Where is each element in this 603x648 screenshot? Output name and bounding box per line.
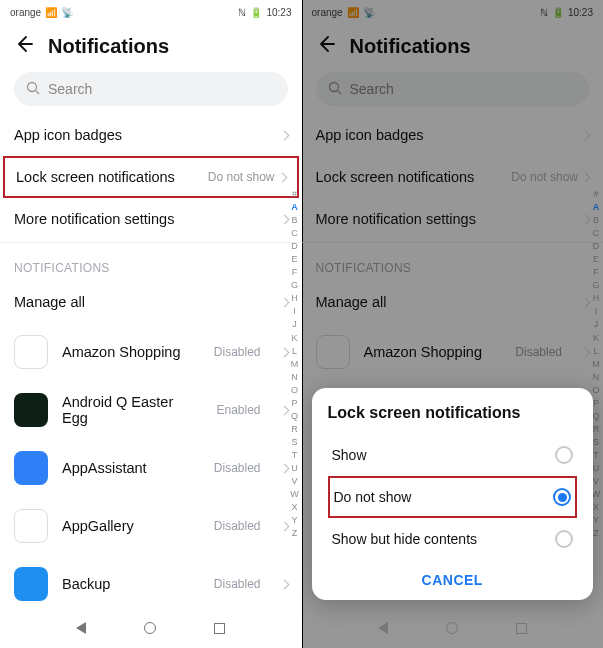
carrier: orange <box>10 7 41 18</box>
app-state: Disabled <box>214 519 261 533</box>
app-name: Amazon Shopping <box>62 344 200 360</box>
index-letter[interactable]: Q <box>290 410 300 423</box>
page-title: Notifications <box>48 35 169 58</box>
status-bar: orange 📶 📡 ℕ 🔋 10:23 <box>0 0 302 20</box>
back-icon[interactable] <box>14 34 34 58</box>
index-letter[interactable]: # <box>290 188 300 201</box>
index-letter[interactable]: M <box>290 358 300 371</box>
row-manage-all[interactable]: Manage all <box>0 281 302 323</box>
app-name: Backup <box>62 576 200 592</box>
row-label: Manage all <box>14 294 85 310</box>
radio-icon <box>555 446 573 464</box>
sheet-option[interactable]: Show but hide contents <box>328 518 578 560</box>
cancel-button[interactable]: CANCEL <box>328 560 578 592</box>
amazon-icon <box>14 335 48 369</box>
backup-icon <box>14 567 48 601</box>
app-state: Disabled <box>214 345 261 359</box>
app-row[interactable]: Backup Disabled <box>0 555 302 613</box>
chevron-right-icon <box>279 521 289 531</box>
app-state: Disabled <box>214 577 261 591</box>
chevron-right-icon <box>279 214 289 224</box>
index-letter[interactable]: F <box>290 266 300 279</box>
index-letter[interactable]: L <box>290 345 300 358</box>
sheet-option[interactable]: Do not show <box>328 476 578 518</box>
system-nav <box>302 608 604 648</box>
chevron-right-icon <box>279 347 289 357</box>
app-name: Android Q Easter Egg <box>62 394 202 426</box>
chevron-right-icon <box>279 579 289 589</box>
row-label: App icon badges <box>14 127 122 143</box>
index-letter[interactable]: Y <box>290 514 300 527</box>
app-gallery-icon <box>14 509 48 543</box>
sheet-options: Show Do not show Show but hide contents <box>328 434 578 560</box>
index-letter[interactable]: X <box>290 501 300 514</box>
index-letter[interactable]: Z <box>290 527 300 540</box>
signal-icon: 📶 <box>45 7 57 18</box>
index-letter[interactable]: R <box>290 423 300 436</box>
row-label: More notification settings <box>14 211 174 227</box>
nfc-icon: ℕ <box>238 7 246 18</box>
index-letter[interactable]: N <box>290 371 300 384</box>
lock-screen-sheet: Lock screen notifications Show Do not sh… <box>312 388 594 600</box>
nav-recent-icon[interactable] <box>516 623 527 634</box>
index-letter[interactable]: P <box>290 397 300 410</box>
index-letter[interactable]: W <box>290 488 300 501</box>
sheet-title: Lock screen notifications <box>328 404 578 422</box>
row-value: Do not show <box>208 170 275 184</box>
chevron-right-icon <box>279 130 289 140</box>
app-state: Disabled <box>214 461 261 475</box>
nav-home-icon[interactable] <box>144 622 156 634</box>
index-letter[interactable]: A <box>290 201 300 214</box>
index-letter[interactable]: C <box>290 227 300 240</box>
index-letter[interactable]: K <box>290 332 300 345</box>
index-letter[interactable]: I <box>290 305 300 318</box>
app-row[interactable]: AppGallery Disabled <box>0 497 302 555</box>
index-letter[interactable]: B <box>290 214 300 227</box>
nav-recent-icon[interactable] <box>214 623 225 634</box>
svg-line-1 <box>36 90 40 94</box>
app-row[interactable]: AppAssistant Disabled <box>0 439 302 497</box>
app-name: AppAssistant <box>62 460 200 476</box>
app-list-left: Amazon Shopping Disabled Android Q Easte… <box>0 323 302 613</box>
svg-point-0 <box>28 82 37 91</box>
option-label: Show <box>332 447 367 463</box>
radio-icon <box>553 488 571 506</box>
app-state: Enabled <box>216 403 260 417</box>
index-letter[interactable]: E <box>290 253 300 266</box>
time: 10:23 <box>266 7 291 18</box>
index-letter[interactable]: G <box>290 279 300 292</box>
section-header-notifications: NOTIFICATIONS <box>0 242 302 281</box>
android-q-icon <box>14 393 48 427</box>
nav-back-icon[interactable] <box>378 622 388 634</box>
search-icon <box>26 81 40 98</box>
row-label: Lock screen notifications <box>16 169 175 185</box>
app-row[interactable]: Amazon Shopping Disabled <box>0 323 302 381</box>
app-name: AppGallery <box>62 518 200 534</box>
index-letter[interactable]: S <box>290 436 300 449</box>
option-label: Show but hide contents <box>332 531 478 547</box>
index-letter[interactable]: J <box>290 318 300 331</box>
index-letter[interactable]: O <box>290 384 300 397</box>
search-placeholder: Search <box>48 81 92 97</box>
chevron-right-icon <box>277 172 287 182</box>
row-app-icon-badges[interactable]: App icon badges <box>0 114 302 156</box>
index-letter[interactable]: U <box>290 462 300 475</box>
sheet-option[interactable]: Show <box>328 434 578 476</box>
index-letter[interactable]: H <box>290 292 300 305</box>
app-row[interactable]: Android Q Easter Egg Enabled <box>0 381 302 439</box>
battery-icon: 🔋 <box>250 7 262 18</box>
system-nav <box>0 608 302 648</box>
search-input[interactable]: Search <box>14 72 288 106</box>
nav-back-icon[interactable] <box>76 622 86 634</box>
chevron-right-icon <box>279 405 289 415</box>
row-lock-screen-notifications[interactable]: Lock screen notifications Do not show <box>3 156 299 198</box>
chevron-right-icon <box>279 463 289 473</box>
nav-home-icon[interactable] <box>446 622 458 634</box>
alpha-index-left[interactable]: #ABCDEFGHIJKLMNOPQRSTUVWXYZ <box>290 188 300 540</box>
chevron-right-icon <box>279 297 289 307</box>
app-assistant-icon <box>14 451 48 485</box>
row-more-notification-settings[interactable]: More notification settings <box>0 198 302 240</box>
index-letter[interactable]: V <box>290 475 300 488</box>
index-letter[interactable]: D <box>290 240 300 253</box>
index-letter[interactable]: T <box>290 449 300 462</box>
